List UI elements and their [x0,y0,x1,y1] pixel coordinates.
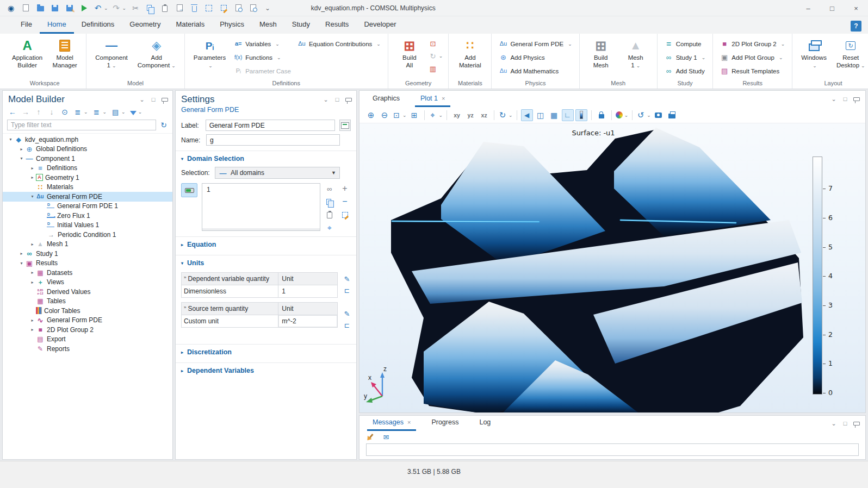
selection-dropdown[interactable]: — All domains ▼ [215,167,340,179]
panel-menu-icon[interactable]: ⌄ [323,96,329,104]
tree-item-kdv-equation-mph[interactable]: ▾◆kdv_equation.mph [3,135,172,145]
clear-messages-button[interactable] [366,433,376,441]
ribbon-tab-home[interactable]: Home [40,17,74,34]
panel-pin-icon[interactable] [162,98,168,102]
tab-progress[interactable]: Progress [426,415,464,431]
clear-selection-button[interactable] [218,2,229,14]
copy-selection-button[interactable] [325,197,334,206]
minimize-button[interactable]: – [796,0,820,16]
view-xy-button[interactable]: xy [451,109,463,121]
paste-special-button[interactable] [174,2,185,14]
grid-button[interactable]: ▦ [548,109,560,121]
show-button[interactable]: ⊙ [59,107,70,117]
messages-content[interactable] [366,443,859,456]
undo-button[interactable]: ↶⌄ [94,2,108,14]
reset-desktop-button[interactable]: ↻ResetDesktop⌄ [833,36,868,71]
table-cell[interactable]: Dimensionless [182,285,278,297]
cut-button[interactable]: ✂ [130,2,141,14]
ribbon-tab-materials[interactable]: Materials [168,17,212,34]
close-tab-icon[interactable]: × [442,95,445,102]
edit-quantity-button[interactable]: ✎ [342,274,352,283]
preview-button[interactable] [247,2,258,14]
insert-sequence-button[interactable]: ⊡ [429,38,443,49]
open-message-window-button[interactable]: ✉ [381,433,391,441]
tree-expand-icon[interactable]: ▸ [29,280,36,285]
ribbon-tab-file[interactable]: File [13,17,40,34]
section-domain-selection[interactable]: ▾ Domain Selection [176,151,356,166]
tree-expand-icon[interactable]: ▸ [29,166,36,171]
edit-quantity-button[interactable]: ✎ [342,309,352,318]
lock-view-button[interactable] [596,109,607,121]
tree-filter-input[interactable] [7,120,156,130]
clear-selection-button[interactable] [340,210,350,219]
qat-more-button[interactable]: ⌄ [262,2,273,14]
tree-item-materials[interactable]: ∷Materials [3,183,172,192]
tree-collapse-icon[interactable]: ▾ [18,261,25,266]
maximize-button[interactable]: □ [820,0,844,16]
close-tab-icon[interactable]: × [407,419,411,426]
move-down-button[interactable]: ↓ [46,107,57,117]
nav-forward-button[interactable]: → [20,107,31,117]
tree-item-initial-values-1[interactable]: DInitial Values 1 [3,221,172,230]
panel-float-icon[interactable]: □ [150,96,157,104]
update-plot-button[interactable]: ↺⌄ [636,109,651,121]
paste-button[interactable] [159,2,170,14]
panel-pin-icon[interactable] [853,422,860,426]
tree-item-global-definitions[interactable]: ▸⊕Global Definitions [3,145,172,154]
refresh-icon[interactable]: ↻ [159,121,168,129]
general-form-pde-button[interactable]: ΔuGeneral Form PDE⌄ [497,37,573,50]
zoom-extents-button[interactable]: ⊞ [408,109,420,121]
zoom-out-button[interactable]: ⊖ [379,109,390,121]
add-component-button[interactable]: ◈AddComponent⌄ [134,36,179,71]
model-manager-button[interactable]: ModelManager [49,36,80,70]
scene-light-button[interactable]: ◀ [521,109,533,121]
filter-button[interactable]: ⌄ [129,107,144,117]
tree-item-mesh-1[interactable]: ▸▲Mesh 1 [3,240,172,249]
equation-contributions-button[interactable]: ΔuEquation Contributions⌄ [296,37,382,50]
ribbon-tab-geometry[interactable]: Geometry [122,17,168,34]
panel-menu-icon[interactable]: ⌄ [139,96,145,104]
view-xz-button[interactable]: xz [478,109,490,121]
add-to-selection-button[interactable]: + [340,184,350,193]
tree-item-periodic-condition-1[interactable]: →Periodic Condition 1 [3,230,172,240]
tree-item-zero-flux-1[interactable]: DZero Flux 1 [3,211,172,221]
tree-expand-icon[interactable]: ▸ [29,270,36,275]
tab-graphics[interactable]: Graphics [367,91,405,107]
ribbon-tab-definitions[interactable]: Definitions [74,17,122,34]
label-input[interactable] [206,120,335,131]
ribbon-tab-physics[interactable]: Physics [212,17,252,34]
default-view-button[interactable]: ⌖⌄ [429,109,443,121]
collapse-all-button[interactable]: ≣⌄ [91,107,108,117]
panel-menu-icon[interactable]: ⌄ [830,420,837,428]
color-palette-button[interactable]: ⌄ [616,109,629,121]
study-1-button[interactable]: ∞Study 1⌄ [663,51,708,64]
plot-canvas[interactable]: Surface: -u1 [359,123,865,412]
section-discretization[interactable]: ▸ Discretization [176,344,356,359]
tree-expand-icon[interactable]: ▸ [18,147,25,152]
tree-item-general-form-pde[interactable]: ▾ΔuGeneral Form PDE [3,192,172,202]
panel-float-icon[interactable]: □ [842,95,848,103]
section-dependent-variables[interactable]: ▸ Dependent Variables [176,362,356,378]
find-button[interactable] [233,2,244,14]
tree-expand-icon[interactable]: ▸ [18,251,25,256]
remove-from-selection-button[interactable]: − [340,197,350,206]
zoom-box-button[interactable]: ⊡⌄ [392,109,407,121]
windows-button[interactable]: Windows⌄ [798,36,830,71]
new-file-button[interactable] [20,2,31,14]
tab-plot-1[interactable]: Plot 1× [415,91,450,107]
open-file-button[interactable] [35,2,46,14]
change-unit-button[interactable]: ⊏ [342,286,352,295]
snapshot-button[interactable] [653,109,665,121]
tree-item-color-tables[interactable]: Color Tables [3,306,172,316]
tree-item-datasets[interactable]: ▸▦Datasets [3,268,172,278]
tree-item-derived-values[interactable]: 8.85e-12Derived Values [3,287,172,297]
run-button[interactable] [79,2,90,14]
tree-expand-icon[interactable]: ▸ [29,175,36,180]
print-button[interactable] [666,109,678,121]
tree-item-geometry-1[interactable]: ▸AGeometry 1 [3,173,172,183]
panel-float-icon[interactable]: □ [842,420,848,428]
compute-button[interactable]: =Compute [663,37,708,50]
help-button[interactable]: ? [851,21,861,32]
panel-pin-icon[interactable] [853,97,860,101]
active-toggle-button[interactable] [181,183,197,197]
